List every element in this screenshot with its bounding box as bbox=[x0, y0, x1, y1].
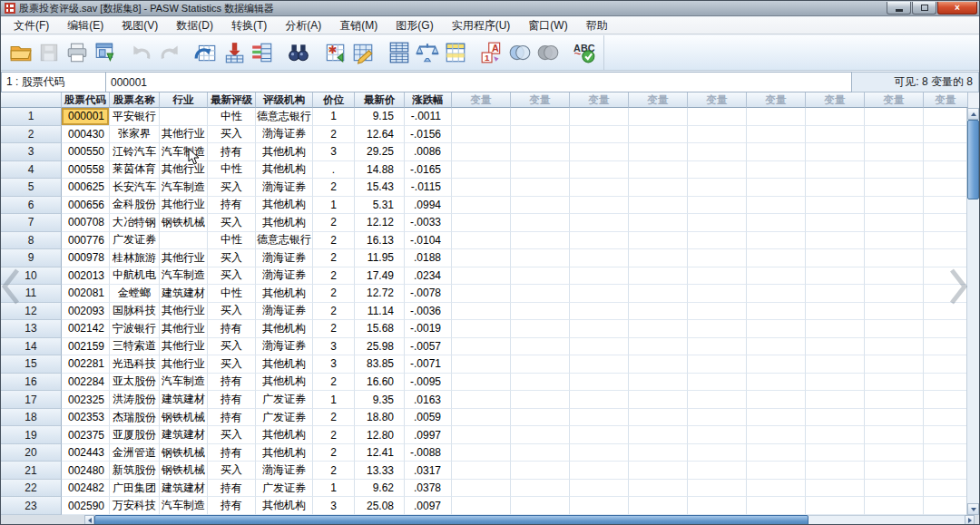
empty-cell[interactable] bbox=[865, 143, 924, 161]
data-cell[interactable]: 16.60 bbox=[355, 374, 405, 392]
empty-cell[interactable] bbox=[629, 497, 688, 515]
empty-cell[interactable] bbox=[924, 161, 968, 180]
empty-cell[interactable] bbox=[570, 249, 629, 267]
data-cell[interactable]: 2 bbox=[313, 249, 355, 267]
empty-cell[interactable] bbox=[570, 444, 629, 462]
data-cell[interactable]: 买入 bbox=[208, 426, 256, 444]
data-cell[interactable]: 2 bbox=[313, 179, 355, 197]
empty-cell[interactable] bbox=[806, 197, 865, 215]
empty-cell[interactable] bbox=[747, 444, 806, 462]
empty-cell[interactable] bbox=[629, 267, 688, 286]
empty-cell[interactable] bbox=[511, 444, 570, 462]
dialog-recall-icon[interactable] bbox=[91, 38, 119, 67]
data-cell[interactable]: 广田集团 bbox=[110, 480, 160, 498]
empty-cell[interactable] bbox=[747, 143, 806, 161]
scroll-right-icon[interactable] bbox=[965, 515, 975, 525]
empty-cell[interactable] bbox=[452, 426, 511, 444]
scroll-left-icon[interactable] bbox=[84, 515, 94, 525]
variable-column-header[interactable]: 变量 bbox=[865, 92, 924, 108]
empty-cell[interactable] bbox=[924, 108, 968, 126]
empty-cell[interactable] bbox=[511, 143, 570, 161]
data-cell[interactable]: 三特索道 bbox=[110, 338, 160, 356]
use-variable-sets-icon[interactable] bbox=[505, 38, 534, 67]
empty-cell[interactable] bbox=[747, 249, 806, 267]
empty-cell[interactable] bbox=[747, 232, 806, 250]
data-cell[interactable]: 张家界 bbox=[110, 126, 160, 144]
empty-cell[interactable] bbox=[511, 303, 570, 321]
empty-cell[interactable] bbox=[865, 179, 924, 197]
data-cell[interactable]: 12.72 bbox=[355, 285, 405, 303]
empty-cell[interactable] bbox=[688, 355, 747, 374]
data-cell[interactable]: 002081 bbox=[62, 285, 110, 303]
empty-cell[interactable] bbox=[747, 409, 806, 427]
data-cell[interactable]: .0234 bbox=[405, 267, 452, 286]
empty-cell[interactable] bbox=[511, 480, 570, 498]
empty-cell[interactable] bbox=[865, 161, 924, 180]
data-cell[interactable]: 其他行业 bbox=[160, 126, 208, 144]
empty-cell[interactable] bbox=[806, 249, 865, 267]
data-cell[interactable]: . bbox=[313, 161, 355, 180]
data-cell[interactable]: 买入 bbox=[208, 179, 256, 197]
data-cell[interactable]: 持有 bbox=[208, 374, 256, 392]
data-cell[interactable]: 002353 bbox=[62, 409, 110, 427]
empty-cell[interactable] bbox=[629, 285, 688, 303]
data-cell[interactable]: 钢铁机械 bbox=[160, 462, 208, 480]
menu-item-7[interactable]: 直销(M) bbox=[330, 17, 387, 34]
empty-cell[interactable] bbox=[570, 232, 629, 250]
empty-cell[interactable] bbox=[629, 409, 688, 427]
empty-cell[interactable] bbox=[688, 374, 747, 392]
column-header-6[interactable]: 价位 bbox=[313, 92, 355, 108]
goto-case-icon[interactable] bbox=[191, 38, 220, 67]
empty-cell[interactable] bbox=[924, 179, 968, 197]
empty-cell[interactable] bbox=[865, 355, 924, 374]
empty-cell[interactable] bbox=[570, 285, 629, 303]
empty-cell[interactable] bbox=[570, 374, 629, 392]
data-cell[interactable]: 中性 bbox=[208, 108, 256, 126]
empty-cell[interactable] bbox=[452, 320, 511, 338]
data-cell[interactable]: -.0095 bbox=[405, 374, 452, 392]
close-button[interactable]: × bbox=[937, 2, 977, 15]
data-cell[interactable]: 002013 bbox=[62, 267, 110, 286]
empty-cell[interactable] bbox=[629, 143, 688, 161]
empty-cell[interactable] bbox=[570, 497, 629, 515]
data-cell[interactable]: -.0078 bbox=[405, 285, 452, 303]
data-cell[interactable]: -.0156 bbox=[405, 126, 452, 144]
empty-cell[interactable] bbox=[511, 338, 570, 356]
empty-cell[interactable] bbox=[688, 232, 747, 250]
data-cell[interactable]: 002159 bbox=[62, 338, 110, 356]
data-cell[interactable]: -.0019 bbox=[405, 320, 452, 338]
data-cell[interactable]: 金洲管道 bbox=[110, 444, 160, 462]
data-cell[interactable]: 14.88 bbox=[355, 161, 405, 180]
empty-cell[interactable] bbox=[924, 214, 968, 232]
variable-column-header[interactable]: 变量 bbox=[511, 92, 570, 108]
variable-column-header[interactable]: 变量 bbox=[452, 92, 511, 108]
data-cell[interactable]: 11.14 bbox=[355, 303, 405, 321]
empty-cell[interactable] bbox=[629, 374, 688, 392]
data-cell[interactable]: 000430 bbox=[62, 126, 110, 144]
data-cell[interactable]: -.0088 bbox=[405, 444, 452, 462]
empty-cell[interactable] bbox=[806, 462, 865, 480]
data-cell[interactable]: 杰瑞股份 bbox=[110, 409, 160, 427]
data-cell[interactable]: 9.62 bbox=[355, 480, 405, 498]
empty-cell[interactable] bbox=[452, 338, 511, 356]
data-cell[interactable]: 亚太股份 bbox=[110, 374, 160, 392]
empty-cell[interactable] bbox=[924, 355, 968, 374]
data-cell[interactable]: 3 bbox=[313, 338, 355, 356]
empty-cell[interactable] bbox=[570, 409, 629, 427]
data-cell[interactable]: .0994 bbox=[405, 197, 452, 215]
empty-cell[interactable] bbox=[511, 391, 570, 409]
data-cell[interactable]: 2 bbox=[313, 320, 355, 338]
empty-cell[interactable] bbox=[511, 355, 570, 374]
data-cell[interactable]: -.0071 bbox=[405, 355, 452, 374]
empty-cell[interactable] bbox=[452, 303, 511, 321]
empty-cell[interactable] bbox=[806, 179, 865, 197]
data-cell[interactable]: 002093 bbox=[62, 303, 110, 321]
empty-cell[interactable] bbox=[688, 197, 747, 215]
empty-cell[interactable] bbox=[924, 497, 968, 515]
data-cell[interactable]: .0188 bbox=[405, 249, 452, 267]
data-cell[interactable]: .0086 bbox=[405, 143, 452, 161]
empty-cell[interactable] bbox=[806, 303, 865, 321]
data-cell[interactable]: 其他机构 bbox=[256, 320, 313, 338]
data-cell[interactable]: 汽车制造 bbox=[160, 374, 208, 392]
empty-cell[interactable] bbox=[629, 197, 688, 215]
